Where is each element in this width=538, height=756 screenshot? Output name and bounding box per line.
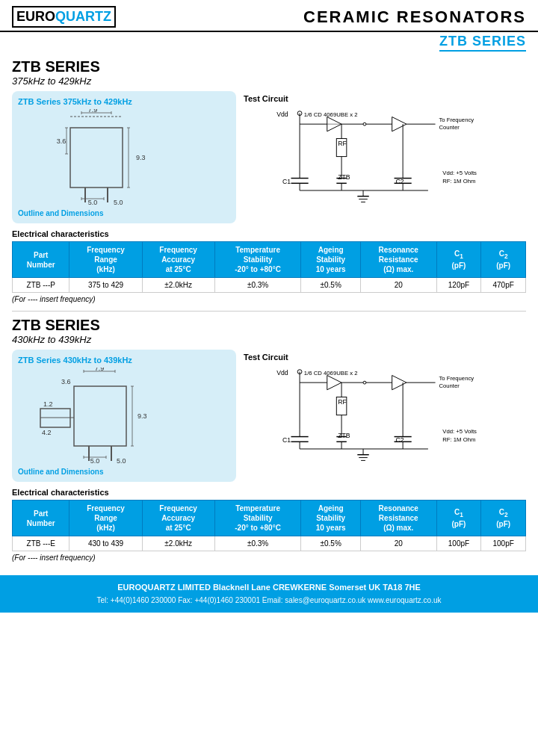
section2-test-circuit-title: Test Circuit	[244, 353, 526, 362]
header: EUROQUARTZ CERAMIC RESONATORS	[0, 0, 538, 32]
svg-text:1/6 CD 4069UBE x 2: 1/6 CD 4069UBE x 2	[304, 370, 358, 377]
cell-accuracy: ±2.0kHz	[142, 278, 214, 293]
series-bar: ZTB SERIES	[0, 32, 538, 53]
col2-c2: C2(pF)	[481, 501, 526, 536]
cell2-part: ZTB ---E	[13, 536, 69, 551]
section1-diagram-svg: 7.9 3.6 9.3	[18, 109, 212, 206]
svg-text:4.2: 4.2	[42, 429, 52, 436]
col2-part-number: PartNumber	[13, 501, 69, 536]
cell2-temp: ±0.3%	[214, 536, 301, 551]
svg-text:1/6 CD 4069UBE x 2: 1/6 CD 4069UBE x 2	[304, 111, 358, 118]
section1-subtitle: 375kHz to 429kHz	[12, 75, 526, 87]
cell-part: ZTB ---P	[13, 278, 69, 293]
section2-title: ZTB SERIES	[12, 316, 526, 334]
cell2-c1: 100pF	[436, 536, 481, 551]
section2-diagram-box: ZTB Series 430kHz to 439kHz 7.9 3.6	[12, 350, 236, 482]
col2-ageing: AgeingStability10 years	[301, 501, 360, 536]
section1-footnote: (For ---- insert frequency)	[12, 295, 526, 303]
section1-diagram-canvas: 7.9 3.6 9.3	[18, 109, 230, 206]
svg-text:Vdd:  +5 Volts: Vdd: +5 Volts	[442, 170, 477, 176]
section2-elec-title: Electrical characteristics	[12, 488, 526, 497]
col2-resonance: ResonanceResistance(Ω) max.	[360, 501, 436, 536]
svg-text:3.6: 3.6	[61, 378, 71, 385]
svg-rect-0	[70, 128, 123, 188]
table-row: ZTB ---E 430 to 439 ±2.0kHz ±0.3% ±0.5% …	[13, 536, 526, 551]
section2-test-circuit: Test Circuit Vdd 1/6 CD 4069UBE x 2 To F…	[244, 350, 526, 482]
svg-text:C1: C1	[282, 178, 291, 185]
section2-subtitle: 430kHz to 439kHz	[12, 334, 526, 345]
col-resonance: ResonanceResistance(Ω) max.	[360, 242, 436, 278]
svg-text:Vdd: Vdd	[276, 111, 288, 118]
footer-line2: Tel: +44(0)1460 230000 Fax: +44(0)1460 2…	[7, 595, 531, 607]
table-row: ZTB ---P 375 to 429 ±2.0kHz ±0.3% ±0.5% …	[13, 278, 526, 293]
series-bar-title: ZTB SERIES	[439, 34, 526, 52]
col-c1: C1(pF)	[436, 242, 481, 278]
svg-text:Vdd: Vdd	[276, 369, 288, 377]
col-temp-stability: TemperatureStability-20° to +80°C	[214, 242, 301, 278]
section2-diagram-title: ZTB Series 430kHz to 439kHz	[18, 356, 230, 365]
svg-text:7.9: 7.9	[88, 109, 98, 114]
section2-circuit-svg: Vdd 1/6 CD 4069UBE x 2 To Frequency Coun…	[244, 365, 526, 469]
section2-layout: ZTB Series 430kHz to 439kHz 7.9 3.6	[12, 350, 526, 482]
svg-text:RF:    1M Ohm: RF: 1M Ohm	[442, 436, 475, 443]
col2-c1: C1(pF)	[436, 501, 481, 536]
col2-freq-range: FrequencyRange(kHz)	[69, 501, 142, 536]
svg-text:5.0: 5.0	[114, 199, 123, 206]
section2-diagram-svg: 7.9 3.6 1.2 4.2 9.3	[18, 368, 212, 465]
col-freq-accuracy: FrequencyAccuracyat 25°C	[142, 242, 214, 278]
section-divider	[12, 311, 526, 312]
svg-text:5.0: 5.0	[90, 457, 100, 465]
col2-freq-accuracy: FrequencyAccuracyat 25°C	[142, 501, 214, 536]
svg-text:ZTB: ZTB	[338, 173, 350, 181]
cell-c1: 120pF	[436, 278, 481, 293]
svg-text:To Frequency: To Frequency	[439, 375, 474, 382]
section2-diagram-canvas: 7.9 3.6 1.2 4.2 9.3	[18, 368, 230, 465]
section2-table: PartNumber FrequencyRange(kHz) Frequency…	[12, 500, 526, 551]
svg-marker-93	[392, 375, 406, 389]
section2-outline-label: Outline and Dimensions	[18, 468, 230, 476]
cell-c2: 470pF	[481, 278, 526, 293]
page-title: CERAMIC RESONATORS	[303, 7, 526, 27]
section1-outline-label: Outline and Dimensions	[18, 209, 230, 217]
svg-text:Vdd:  +5 Volts: Vdd: +5 Volts	[442, 428, 477, 435]
section1-diagram-box: ZTB Series 375kHz to 429kHz 7.9	[12, 91, 236, 223]
section1-test-circuit-title: Test Circuit	[244, 94, 526, 103]
svg-text:9.3: 9.3	[136, 154, 146, 161]
svg-text:RF:    1M Ohm: RF: 1M Ohm	[442, 178, 475, 185]
cell2-resistance: 20	[360, 536, 436, 551]
svg-text:To Frequency: To Frequency	[439, 117, 474, 123]
cell-ageing: ±0.5%	[301, 278, 360, 293]
col-part-number: PartNumber	[13, 242, 69, 278]
footer: EUROQUARTZ LIMITED Blacknell Lane CREWKE…	[0, 575, 538, 613]
svg-text:5.0: 5.0	[117, 457, 126, 465]
main-content: ZTB SERIES 375kHz to 429kHz ZTB Series 3…	[0, 53, 538, 566]
svg-text:3.6: 3.6	[57, 137, 67, 145]
svg-point-28	[363, 123, 366, 126]
section1-diagram-title: ZTB Series 375kHz to 429kHz	[18, 97, 230, 106]
svg-text:9.3: 9.3	[137, 412, 147, 420]
cell2-ageing: ±0.5%	[301, 536, 360, 551]
section1-elec-title: Electrical characteristics	[12, 229, 526, 238]
svg-point-91	[363, 381, 366, 384]
section1-layout: ZTB Series 375kHz to 429kHz 7.9	[12, 91, 526, 223]
svg-rect-63	[74, 386, 126, 446]
svg-text:ZTB: ZTB	[338, 432, 350, 439]
col-ageing: AgeingStability10 years	[301, 242, 360, 278]
logo: EUROQUARTZ	[12, 6, 116, 28]
cell2-freq: 430 to 439	[69, 536, 142, 551]
section1-table: PartNumber FrequencyRange(kHz) Frequency…	[12, 241, 526, 293]
cell-resistance: 20	[360, 278, 436, 293]
svg-text:RF: RF	[338, 398, 347, 406]
svg-marker-89	[327, 375, 341, 389]
svg-text:C1: C1	[282, 436, 291, 444]
section1-test-circuit: Test Circuit Vdd 1/6 CD 4069UBE x 2	[244, 91, 526, 223]
section1-title: ZTB SERIES	[12, 58, 526, 75]
cell-freq: 375 to 429	[69, 278, 142, 293]
col-c2: C2(pF)	[481, 242, 526, 278]
cell2-accuracy: ±2.0kHz	[142, 536, 214, 551]
svg-text:1.2: 1.2	[43, 400, 53, 408]
logo-euro: EURO	[16, 9, 55, 25]
svg-text:5.0: 5.0	[88, 199, 98, 206]
footer-line1: EUROQUARTZ LIMITED Blacknell Lane CREWKE…	[7, 581, 531, 595]
col-freq-range: FrequencyRange(kHz)	[69, 242, 142, 278]
